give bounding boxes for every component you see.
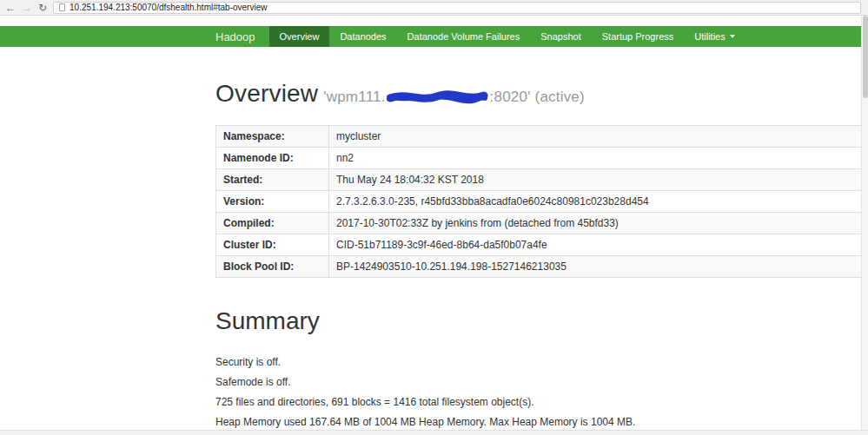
table-row: Compiled: 2017-10-30T02:33Z by jenkins f…: [216, 213, 862, 234]
tab-snapshot[interactable]: Snapshot: [530, 26, 591, 47]
summary-filesystem-objects: 725 files and directories, 691 blocks = …: [215, 396, 868, 408]
row-label: Started:: [216, 169, 329, 191]
scrollbar-thumb[interactable]: [863, 16, 868, 98]
tab-datanode-volume-failures[interactable]: Datanode Volume Failures: [397, 26, 531, 47]
hadoop-navbar: Hadoop Overview Datanodes Datanode Volum…: [0, 26, 868, 47]
row-label: Compiled:: [216, 213, 329, 234]
row-value: nn2: [329, 148, 862, 169]
table-row: Version: 2.7.3.2.6.3.0-235, r45bfd33bba8…: [216, 191, 862, 213]
page-title: Overview'wpm111.:8020' (active): [215, 80, 868, 108]
row-label: Version:: [216, 191, 329, 213]
table-row: Block Pool ID: BP-1424903510-10.251.194.…: [216, 256, 862, 278]
chrome-gap: [0, 16, 868, 26]
row-value: mycluster: [329, 126, 862, 148]
browser-toolbar: ← → ↻ 10.251.194.213:50070/dfshealth.htm…: [0, 0, 868, 16]
horizontal-scrollbar[interactable]: [0, 430, 868, 435]
table-row: Started: Thu May 24 18:04:32 KST 2018: [216, 169, 862, 191]
tab-datanodes[interactable]: Datanodes: [329, 26, 396, 47]
summary-heap-memory: Heap Memory used 167.64 MB of 1004 MB He…: [215, 416, 868, 428]
redaction-scribble: [387, 90, 489, 104]
table-row: Cluster ID: CID-51b71189-3c9f-46ed-8b64-…: [216, 234, 862, 256]
forward-icon[interactable]: →: [22, 3, 32, 13]
table-row: Namespace: mycluster: [216, 126, 862, 148]
back-icon[interactable]: ←: [5, 3, 16, 13]
tab-startup-progress[interactable]: Startup Progress: [592, 26, 685, 47]
summary-safemode: Safemode is off.: [215, 376, 868, 388]
address-bar[interactable]: 10.251.194.213:50070/dfshealth.html#tab-…: [53, 2, 861, 14]
url-text: 10.251.194.213:50070/dfshealth.html#tab-…: [70, 3, 267, 12]
row-label: Namenode ID:: [216, 148, 329, 169]
chevron-down-icon: [730, 35, 735, 38]
row-value: 2.7.3.2.6.3.0-235, r45bfd33bba8acadfa0e6…: [329, 191, 862, 213]
row-value: CID-51b71189-3c9f-46ed-8b64-da5f0b07a4fe: [329, 234, 862, 256]
vertical-scrollbar[interactable]: [861, 16, 868, 430]
namenode-address: 'wpm111.:8020' (active): [323, 89, 585, 105]
row-value: Thu May 24 18:04:32 KST 2018: [329, 169, 862, 191]
summary-security: Security is off.: [215, 356, 868, 368]
row-label: Block Pool ID:: [216, 256, 329, 278]
page-content: Overview'wpm111.:8020' (active) Namespac…: [0, 80, 868, 435]
row-label: Cluster ID:: [216, 234, 329, 256]
tab-overview[interactable]: Overview: [269, 26, 330, 47]
row-value: BP-1424903510-10.251.194.198-15271462130…: [329, 256, 862, 278]
page-title-text: Overview: [215, 80, 318, 107]
table-row: Namenode ID: nn2: [216, 148, 862, 169]
refresh-icon[interactable]: ↻: [38, 3, 47, 13]
row-value: 2017-10-30T02:33Z by jenkins from (detac…: [329, 213, 862, 234]
row-label: Namespace:: [216, 126, 329, 148]
page-icon: [59, 3, 65, 11]
navbar-brand[interactable]: Hadoop: [215, 26, 269, 47]
overview-info-table: Namespace: mycluster Namenode ID: nn2 St…: [215, 125, 862, 278]
tab-utilities-label: Utilities: [694, 31, 725, 42]
tab-utilities[interactable]: Utilities: [684, 26, 745, 47]
summary-title: Summary: [215, 307, 868, 335]
